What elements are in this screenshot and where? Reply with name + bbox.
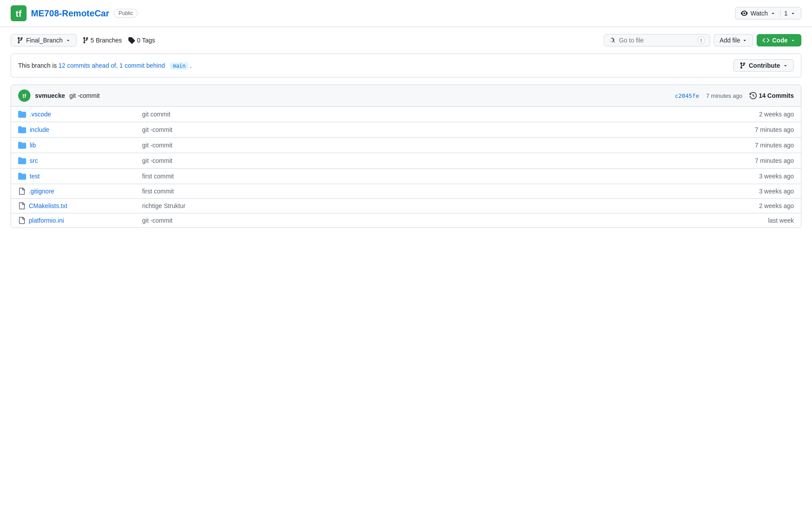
- file-name-col: src: [18, 157, 142, 165]
- contribute-icon: [739, 62, 746, 69]
- branch-info-bar: This branch is 12 commits ahead of, 1 co…: [11, 54, 801, 77]
- repo-identity: tf ME708-RemoteCar Public: [11, 5, 138, 21]
- file-icon: [18, 188, 25, 195]
- code-button[interactable]: Code: [757, 34, 801, 46]
- behind-link[interactable]: 1 commit behind: [120, 62, 165, 69]
- folder-icon: [18, 157, 26, 165]
- search-box[interactable]: t: [604, 34, 710, 46]
- folder-icon: [18, 110, 26, 118]
- tags-count[interactable]: 0 Tags: [128, 37, 155, 44]
- file-time: 2 weeks ago: [714, 202, 794, 209]
- file-name-col: platformio.ini: [18, 217, 142, 224]
- tag-icon: [128, 37, 135, 44]
- base-branch-badge: main: [170, 62, 188, 69]
- author-avatar: tf: [18, 89, 31, 102]
- file-time: 2 weeks ago: [714, 111, 794, 118]
- commit-time: 7 minutes ago: [706, 93, 742, 99]
- history-icon: [750, 92, 757, 99]
- file-time: 7 minutes ago: [714, 126, 794, 133]
- file-name-col: include: [18, 126, 142, 134]
- folder-icon: [18, 172, 26, 180]
- file-commit-message: git commit: [142, 111, 714, 118]
- file-name-col: CMakelists.txt: [18, 202, 142, 209]
- search-shortcut: t: [698, 37, 704, 44]
- branch-icon: [16, 37, 23, 44]
- table-row: test first commit 3 weeks ago: [11, 169, 801, 184]
- file-name-col: .gitignore: [18, 188, 142, 195]
- branches-count[interactable]: 5 Branches: [82, 37, 122, 44]
- file-commit-message: first commit: [142, 188, 714, 195]
- file-commit-message: git -commit: [142, 126, 714, 133]
- repo-toolbar: Final_Branch 5 Branches 0 Tags t A: [0, 27, 812, 54]
- file-table: tf svmuecke git -commit c2045fe 7 minute…: [11, 85, 801, 228]
- commits-link[interactable]: 14 Commits: [750, 92, 794, 99]
- branch-name: Final_Branch: [26, 37, 63, 44]
- commit-header-right: c2045fe 7 minutes ago 14 Commits: [675, 92, 794, 99]
- folder-icon: [18, 126, 26, 134]
- commit-header-row: tf svmuecke git -commit c2045fe 7 minute…: [11, 85, 801, 107]
- file-name[interactable]: lib: [30, 142, 36, 149]
- repo-logo-icon: tf: [11, 5, 27, 21]
- commit-header-left: tf svmuecke git -commit: [18, 89, 100, 102]
- eye-icon: [741, 10, 748, 17]
- file-time: 7 minutes ago: [714, 142, 794, 149]
- file-time: last week: [714, 217, 794, 224]
- file-icon: [18, 217, 25, 224]
- file-commit-message: richtige Struktur: [142, 202, 714, 209]
- toolbar-actions: t Add file Code: [604, 34, 801, 46]
- table-row: include git -commit 7 minutes ago: [11, 122, 801, 138]
- chevron-down-icon: [770, 11, 776, 16]
- file-icon: [18, 202, 25, 209]
- watch-button[interactable]: Watch 1: [735, 7, 801, 19]
- code-icon: [762, 37, 769, 44]
- commit-author[interactable]: svmuecke: [35, 92, 65, 99]
- branch-selector[interactable]: Final_Branch: [11, 34, 77, 46]
- watch-label: Watch: [750, 10, 768, 17]
- file-name[interactable]: include: [30, 126, 49, 133]
- file-name[interactable]: .vscode: [30, 111, 51, 118]
- ahead-link[interactable]: 12 commits ahead of,: [58, 62, 118, 69]
- file-time: 3 weeks ago: [714, 173, 794, 180]
- file-name[interactable]: src: [30, 157, 38, 164]
- table-row: .gitignore first commit 3 weeks ago: [11, 184, 801, 199]
- file-name-col: test: [18, 172, 142, 180]
- search-icon: [610, 37, 615, 44]
- add-file-button[interactable]: Add file: [714, 34, 753, 46]
- file-time: 7 minutes ago: [714, 157, 794, 164]
- watch-count: 1: [780, 10, 788, 17]
- branch-info-text: This branch is 12 commits ahead of, 1 co…: [18, 62, 192, 69]
- file-commit-message: git -commit: [142, 217, 714, 224]
- chevron-down-icon-code: [790, 38, 796, 43]
- file-name[interactable]: CMakelists.txt: [29, 202, 67, 209]
- table-row: src git -commit 7 minutes ago: [11, 153, 801, 169]
- visibility-badge: Public: [114, 9, 138, 18]
- folder-icon: [18, 141, 26, 149]
- branch-metadata: 5 Branches 0 Tags: [82, 37, 155, 44]
- commit-message: git -commit: [70, 92, 100, 99]
- table-row: CMakelists.txt richtige Struktur 2 weeks…: [11, 199, 801, 213]
- file-commit-message: git -commit: [142, 142, 714, 149]
- table-row: .vscode git commit 2 weeks ago: [11, 107, 801, 122]
- chevron-down-icon-branch: [66, 38, 71, 43]
- file-time: 3 weeks ago: [714, 188, 794, 195]
- file-name[interactable]: platformio.ini: [29, 217, 64, 224]
- chevron-down-icon-contribute: [783, 63, 788, 68]
- svg-text:tf: tf: [15, 9, 22, 19]
- repo-name[interactable]: ME708-RemoteCar: [31, 8, 109, 19]
- file-name[interactable]: .gitignore: [29, 188, 54, 195]
- branches-icon: [82, 37, 89, 44]
- table-row: lib git -commit 7 minutes ago: [11, 138, 801, 153]
- chevron-down-icon-addfile: [742, 38, 747, 43]
- search-input[interactable]: [619, 37, 694, 44]
- contribute-button[interactable]: Contribute: [733, 59, 794, 72]
- file-name-col: lib: [18, 141, 142, 149]
- file-rows-container: .vscode git commit 2 weeks ago include g…: [11, 107, 801, 228]
- chevron-down-icon-2: [790, 11, 796, 16]
- file-name[interactable]: test: [30, 173, 40, 180]
- svg-text:tf: tf: [23, 93, 27, 99]
- file-commit-message: git -commit: [142, 157, 714, 164]
- page-header: tf ME708-RemoteCar Public Watch 1: [0, 0, 812, 27]
- file-commit-message: first commit: [142, 173, 714, 180]
- table-row: platformio.ini git -commit last week: [11, 213, 801, 228]
- commit-hash[interactable]: c2045fe: [675, 93, 699, 99]
